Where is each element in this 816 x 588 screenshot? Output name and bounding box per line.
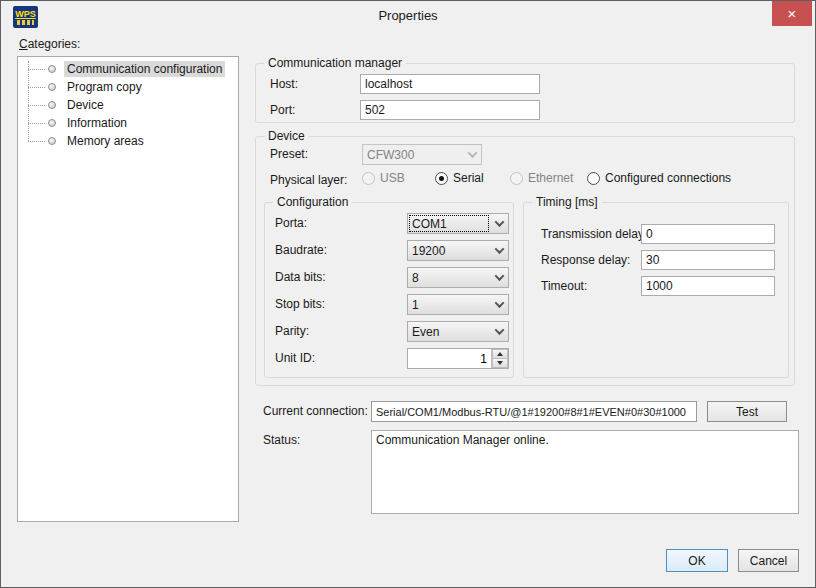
chevron-down-icon xyxy=(490,220,508,227)
transmission-delay-label: Transmission delay: xyxy=(541,224,647,245)
spin-down-button[interactable] xyxy=(492,358,508,368)
communication-manager-group: Communication manager Host: Port: xyxy=(255,63,795,123)
timing-group: Timing [ms] Transmission delay: Response… xyxy=(523,202,789,378)
host-input[interactable] xyxy=(360,74,540,94)
preset-label: Preset: xyxy=(270,144,308,165)
unit-id-spinner[interactable] xyxy=(407,348,509,369)
tree-node-icon xyxy=(48,65,56,73)
configuration-group: Configuration Porta: COM1 Baudrate: 1920… xyxy=(264,202,514,378)
response-delay-input[interactable] xyxy=(641,250,775,270)
radio-icon xyxy=(587,172,600,185)
port-input[interactable] xyxy=(360,100,540,120)
tree-node-icon xyxy=(48,101,56,109)
host-label: Host: xyxy=(270,74,298,95)
close-button[interactable]: × xyxy=(772,1,812,26)
group-title: Device xyxy=(264,129,309,143)
chevron-down-icon xyxy=(463,151,481,158)
response-delay-label: Response delay: xyxy=(541,250,630,271)
group-title: Configuration xyxy=(273,195,352,209)
group-title: Communication manager xyxy=(264,56,406,70)
radio-icon xyxy=(362,172,375,185)
chevron-down-icon xyxy=(490,247,508,254)
port-label: Port: xyxy=(270,100,295,121)
tree-node-icon xyxy=(48,137,56,145)
porta-combobox[interactable]: COM1 xyxy=(407,213,509,234)
arrow-up-icon xyxy=(497,352,503,356)
physical-layer-label: Physical layer: xyxy=(270,170,347,191)
tree-node-icon xyxy=(48,119,56,127)
current-connection-field[interactable] xyxy=(371,401,697,422)
window-title: Properties xyxy=(1,1,815,31)
parity-label: Parity: xyxy=(275,321,309,342)
radio-configured-connections[interactable]: Configured connections xyxy=(587,170,731,186)
titlebar: WPS Properties × xyxy=(1,1,815,31)
group-title: Timing [ms] xyxy=(532,195,602,209)
timeout-label: Timeout: xyxy=(541,276,587,297)
tree-item-memory-areas[interactable]: Memory areas xyxy=(18,132,238,150)
tree-item-device[interactable]: Device xyxy=(18,96,238,114)
tree-item-program-copy[interactable]: Program copy xyxy=(18,78,238,96)
properties-dialog: WPS Properties × Categories: Communicati… xyxy=(0,0,816,588)
current-connection-label: Current connection: xyxy=(263,401,368,422)
baudrate-combobox[interactable]: 19200 xyxy=(407,240,509,261)
categories-tree: Communication configuration Program copy… xyxy=(17,56,239,522)
device-group: Device Preset: CFW300 Physical layer: US… xyxy=(255,136,795,386)
baudrate-label: Baudrate: xyxy=(275,240,327,261)
tree-node-icon xyxy=(48,83,56,91)
test-button[interactable]: Test xyxy=(707,401,787,422)
radio-usb: USB xyxy=(362,170,405,186)
preset-combobox: CFW300 xyxy=(362,144,482,165)
data-bits-label: Data bits: xyxy=(275,267,326,288)
chevron-down-icon xyxy=(490,301,508,308)
close-icon: × xyxy=(788,6,797,21)
unit-id-label: Unit ID: xyxy=(275,348,315,369)
tree-item-communication-configuration[interactable]: Communication configuration xyxy=(18,60,238,78)
parity-combobox[interactable]: Even xyxy=(407,321,509,342)
chevron-down-icon xyxy=(490,328,508,335)
arrow-down-icon xyxy=(497,361,503,365)
cancel-button[interactable]: Cancel xyxy=(738,549,799,572)
timeout-input[interactable] xyxy=(641,276,775,296)
categories-label: Categories: xyxy=(19,37,80,51)
stop-bits-label: Stop bits: xyxy=(275,294,325,315)
spin-up-button[interactable] xyxy=(492,349,508,358)
chevron-down-icon xyxy=(490,274,508,281)
porta-label: Porta: xyxy=(275,213,307,234)
radio-icon xyxy=(510,172,523,185)
stop-bits-combobox[interactable]: 1 xyxy=(407,294,509,315)
unit-id-input[interactable] xyxy=(408,349,490,368)
status-label: Status: xyxy=(263,430,300,451)
radio-icon xyxy=(435,172,448,185)
status-textarea[interactable] xyxy=(371,430,799,514)
data-bits-combobox[interactable]: 8 xyxy=(407,267,509,288)
tree-item-information[interactable]: Information xyxy=(18,114,238,132)
radio-serial[interactable]: Serial xyxy=(435,170,484,186)
radio-ethernet: Ethernet xyxy=(510,170,573,186)
transmission-delay-input[interactable] xyxy=(641,224,775,244)
ok-button[interactable]: OK xyxy=(666,549,728,572)
